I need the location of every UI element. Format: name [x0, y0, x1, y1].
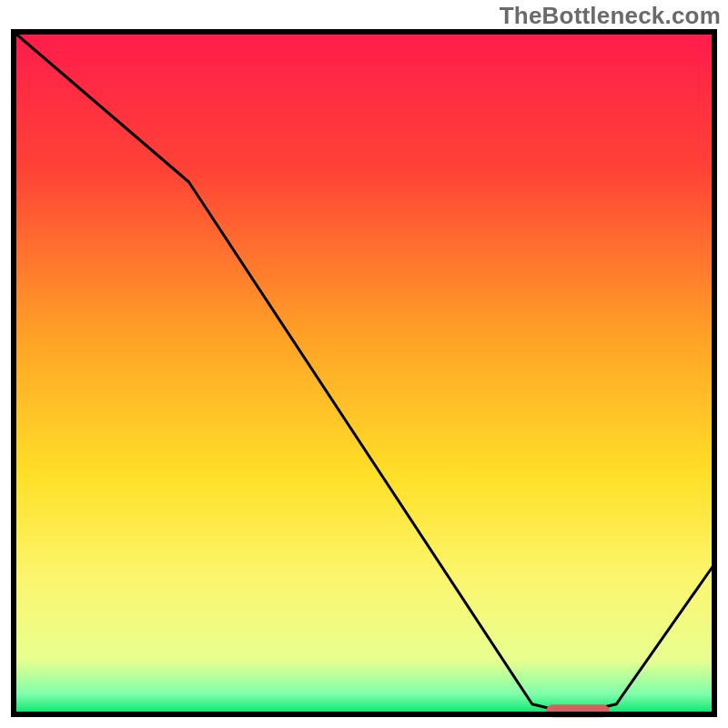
- chart-container: TheBottleneck.com: [0, 0, 728, 728]
- plot-background: [14, 32, 714, 714]
- bottleneck-chart: [9, 27, 719, 719]
- watermark-text: TheBottleneck.com: [500, 2, 721, 30]
